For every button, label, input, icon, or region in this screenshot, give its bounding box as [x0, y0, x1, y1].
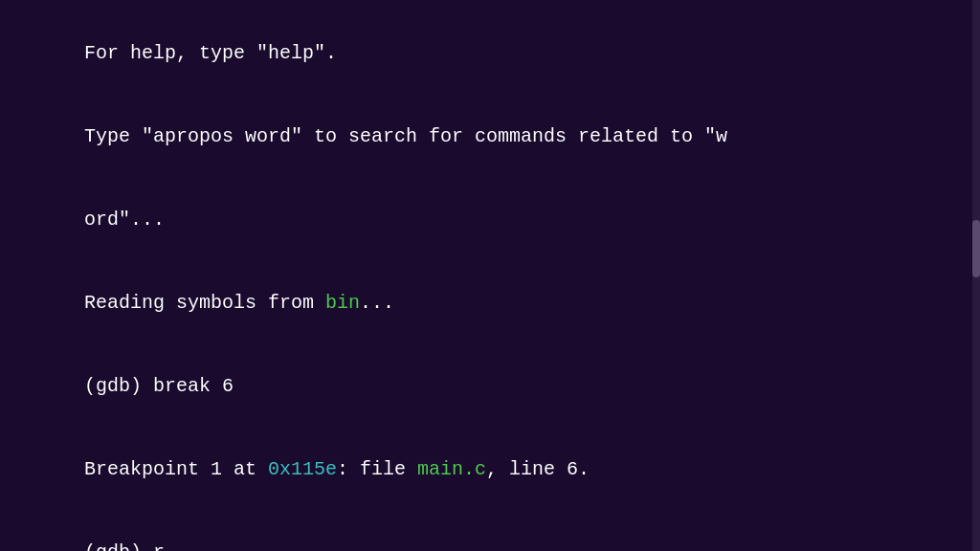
- text-span: Reading symbols from: [84, 292, 325, 314]
- text-span-green: bin: [325, 292, 360, 314]
- text-span: For help, type "help".: [84, 42, 337, 64]
- text-span: ord"...: [84, 209, 165, 231]
- text-span: : file: [337, 458, 417, 480]
- text-span: Breakpoint 1 at: [84, 458, 268, 480]
- scrollbar[interactable]: [972, 0, 980, 551]
- text-span-cyan: 0x115e: [268, 458, 337, 480]
- terminal-line-6: Breakpoint 1 at 0x115e: file main.c, lin…: [15, 428, 965, 511]
- text-span: (gdb) break 6: [84, 375, 234, 397]
- terminal-window[interactable]: For help, type "help". Type "apropos wor…: [0, 0, 980, 551]
- terminal-line-1: For help, type "help".: [15, 11, 965, 95]
- terminal-line-7: (gdb) r: [15, 511, 965, 551]
- terminal-output: For help, type "help". Type "apropos wor…: [15, 11, 965, 551]
- terminal-line-5: (gdb) break 6: [15, 344, 965, 428]
- text-span: ...: [360, 292, 394, 314]
- scrollbar-thumb[interactable]: [972, 220, 980, 277]
- text-span: Type "apropos word" to search for comman…: [84, 125, 727, 147]
- text-span: (gdb) r: [84, 541, 165, 551]
- text-span-green: main.c: [417, 458, 486, 480]
- terminal-line-2: Type "apropos word" to search for comman…: [15, 95, 965, 178]
- terminal-line-3: ord"...: [15, 178, 965, 261]
- text-span: , line 6.: [486, 458, 590, 480]
- terminal-line-4: Reading symbols from bin...: [15, 261, 965, 344]
